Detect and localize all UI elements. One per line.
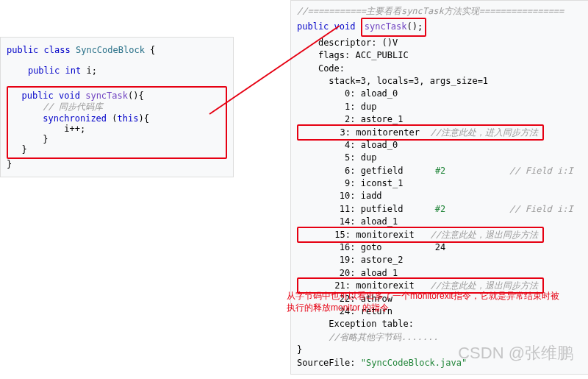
monitorenter-highlight: 3: monitorenter //注意此处，进入同步方法 bbox=[297, 124, 544, 141]
source-code-panel: public class SyncCodeBlock { public int … bbox=[0, 37, 234, 177]
src-line-close: } bbox=[7, 159, 227, 169]
monitorexit1-highlight: 15: monitorexit //注意此处，退出同步方法 bbox=[297, 227, 544, 243]
src-line-field: public int i; bbox=[7, 65, 227, 76]
src-line-class: public class SyncCodeBlock { bbox=[7, 45, 227, 55]
sync-method-highlight: public void syncTask(){ // 同步代码库 synchro… bbox=[7, 86, 227, 159]
bytecode-panel: //===========主要看看syncTask方法实现===========… bbox=[290, 0, 588, 375]
annotation-text: 从字节码中也可以看出多了一个monitorexit指令，它就是异常结束时被 执行… bbox=[287, 291, 584, 314]
synctask-name-highlight: syncTask(); bbox=[361, 18, 426, 36]
